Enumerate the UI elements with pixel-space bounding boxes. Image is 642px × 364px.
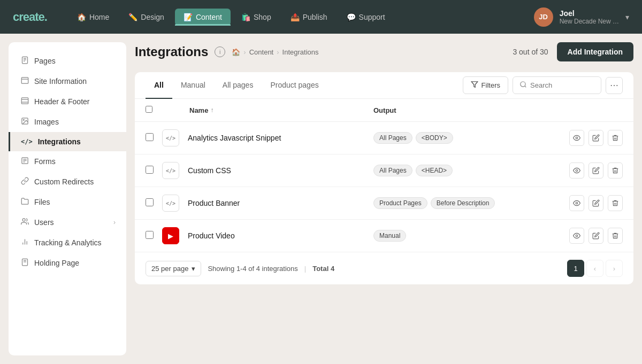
sidebar-item-pages[interactable]: Pages	[9, 51, 126, 71]
prev-page-button[interactable]: ‹	[586, 260, 603, 277]
row-checkbox-banner[interactable]	[146, 198, 154, 208]
add-integration-button[interactable]: Add Integration	[557, 42, 633, 61]
users-arrow-icon: ›	[113, 219, 116, 226]
select-all-checkbox[interactable]	[146, 106, 152, 113]
nav-item-home[interactable]: 🏠 Home	[68, 9, 118, 26]
nav-right: JD Joel New Decade New … ▾	[534, 7, 629, 27]
breadcrumb-content[interactable]: Content	[249, 48, 274, 56]
sidebar-item-images[interactable]: Images	[9, 112, 126, 132]
svg-rect-4	[21, 78, 28, 83]
row-output-css: All Pages <HEAD>	[373, 165, 561, 176]
page-layout: Pages Site Information Header & Footer I…	[0, 34, 642, 364]
user-name: Joel	[560, 9, 619, 18]
user-subtitle: New Decade New …	[560, 18, 619, 25]
search-input[interactable]	[530, 81, 594, 89]
breadcrumb-current: Integrations	[282, 48, 319, 56]
tag: Manual	[373, 230, 406, 242]
per-page-select[interactable]: 25 per page ▾	[146, 261, 201, 276]
delete-button[interactable]	[608, 162, 623, 179]
sidebar-item-integrations[interactable]: </> Integrations	[9, 132, 126, 151]
delete-button[interactable]	[608, 130, 623, 146]
sidebar-label-users: Users	[34, 218, 54, 227]
avatar[interactable]: JD	[534, 7, 553, 27]
sidebar-item-forms[interactable]: Forms	[9, 151, 126, 172]
sidebar-item-holding-page[interactable]: Holding Page	[9, 253, 126, 273]
view-button[interactable]	[569, 228, 584, 244]
row-checkbox-video[interactable]	[146, 231, 154, 241]
view-button[interactable]	[569, 130, 584, 146]
nav-items: 🏠 Home ✏️ Design 📝 Content 🛍️ Shop 📤 Pub…	[68, 9, 530, 26]
main-content: Integrations i 🏠 › Content › Integration…	[126, 34, 642, 364]
delete-button[interactable]	[608, 228, 623, 244]
row-actions-css	[569, 162, 623, 179]
nav-item-design[interactable]: ✏️ Design	[120, 9, 173, 26]
column-header-name[interactable]: Name ↑	[189, 106, 365, 114]
view-button[interactable]	[569, 195, 584, 211]
user-menu-chevron-icon[interactable]: ▾	[625, 13, 629, 21]
filters-button[interactable]: Filters	[463, 76, 508, 94]
tab-manual[interactable]: Manual	[172, 72, 214, 99]
row-output-video: Manual	[373, 230, 561, 242]
files-icon	[21, 197, 29, 207]
tab-actions: Filters ⋯	[463, 76, 623, 94]
showing-text: Showing 1-4 of 4 integrations	[208, 265, 297, 273]
page-info-icon[interactable]: i	[215, 47, 225, 57]
sidebar-label-pages: Pages	[34, 57, 56, 65]
edit-button[interactable]	[588, 228, 603, 244]
more-options-button[interactable]: ⋯	[606, 77, 623, 94]
sidebar-item-header-footer[interactable]: Header & Footer	[9, 91, 126, 112]
brand-logo[interactable]: create.	[13, 10, 47, 24]
row-actions-banner	[569, 195, 623, 211]
sidebar-item-site-information[interactable]: Site Information	[9, 71, 126, 91]
publish-icon: 📤	[291, 13, 300, 21]
tab-all-pages[interactable]: All pages	[214, 72, 262, 99]
nav-item-publish[interactable]: 📤 Publish	[282, 9, 336, 26]
table-row: </> Custom CSS All Pages <HEAD>	[135, 154, 633, 187]
row-name-banner: Product Banner	[188, 199, 365, 207]
view-button[interactable]	[569, 162, 584, 179]
sidebar-label-holding-page: Holding Page	[34, 259, 79, 267]
sidebar-item-tracking-analytics[interactable]: Tracking & Analytics	[9, 233, 126, 253]
nav-item-content[interactable]: 📝 Content	[175, 9, 231, 26]
filter-icon	[471, 81, 478, 90]
row-icon-analytics: </>	[162, 129, 179, 146]
integrations-card: All Manual All pages Product pages Filte…	[135, 72, 633, 284]
tracking-analytics-icon	[21, 238, 29, 247]
sidebar-label-forms: Forms	[34, 157, 56, 166]
sidebar-label-header-footer: Header & Footer	[34, 97, 90, 106]
tag: <HEAD>	[416, 165, 453, 176]
edit-button[interactable]	[588, 195, 603, 211]
page-header: Integrations i 🏠 › Content › Integration…	[135, 42, 633, 61]
svg-point-23	[521, 82, 525, 87]
holding-page-icon	[21, 258, 29, 268]
edit-button[interactable]	[588, 162, 603, 179]
sidebar-label-custom-redirects: Custom Redirects	[34, 177, 94, 186]
row-checkbox-css[interactable]	[146, 166, 154, 176]
breadcrumb: 🏠 › Content › Integrations	[232, 48, 318, 56]
custom-redirects-icon	[21, 177, 29, 187]
delete-button[interactable]	[608, 195, 623, 211]
tab-all[interactable]: All	[146, 72, 172, 99]
sidebar-label-site-information: Site Information	[34, 77, 87, 86]
top-navigation: create. 🏠 Home ✏️ Design 📝 Content 🛍️ Sh…	[0, 0, 642, 34]
svg-marker-22	[471, 82, 478, 88]
design-icon: ✏️	[128, 13, 137, 21]
sidebar-item-custom-redirects[interactable]: Custom Redirects	[9, 172, 126, 192]
row-checkbox-analytics[interactable]	[146, 133, 154, 143]
svg-point-28	[576, 235, 578, 237]
nav-item-shop[interactable]: 🛍️ Shop	[233, 9, 280, 26]
row-icon-css: </>	[162, 162, 179, 179]
sidebar-item-users[interactable]: Users ›	[9, 212, 126, 233]
page-button-1[interactable]: 1	[567, 260, 584, 277]
svg-point-27	[576, 202, 578, 204]
next-page-button[interactable]: ›	[606, 260, 623, 277]
edit-button[interactable]	[588, 130, 603, 146]
sidebar-item-files[interactable]: Files	[9, 192, 126, 212]
breadcrumb-home-icon[interactable]: 🏠	[232, 48, 240, 56]
table-row: ▶ Product Video Manual	[135, 220, 633, 252]
tag: All Pages	[373, 165, 412, 176]
search-box[interactable]	[513, 76, 601, 94]
nav-item-support[interactable]: 💬 Support	[338, 9, 394, 26]
tab-product-pages[interactable]: Product pages	[262, 72, 327, 99]
svg-rect-6	[21, 98, 28, 104]
